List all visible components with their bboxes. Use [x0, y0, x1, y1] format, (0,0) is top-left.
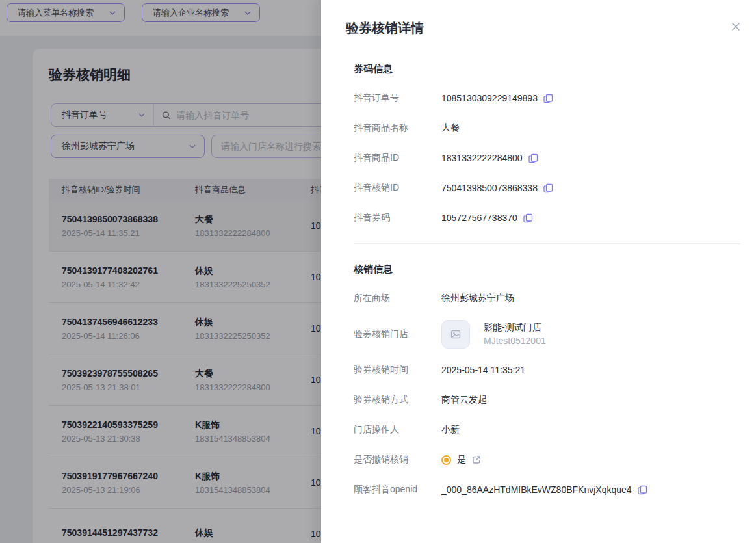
section-heading-coupon-info: 券码信息 [354, 63, 740, 75]
field-openid: 顾客抖音openid _000_86AAzHTdMfBkEvWZ80BFKnvj… [354, 475, 740, 505]
drawer-body: 券码信息 抖音订单号 1085130309229149893 抖音商品名称 大餐… [321, 37, 756, 505]
copy-icon[interactable] [523, 213, 533, 223]
field-label: 抖音订单号 [354, 92, 441, 104]
store-image-placeholder [441, 320, 470, 349]
field-label: 门店操作人 [354, 424, 441, 436]
close-icon[interactable] [731, 21, 741, 32]
field-label: 抖音券码 [354, 212, 441, 224]
section-heading-verification-info: 核销信息 [354, 263, 740, 276]
field-value: 是 [457, 454, 466, 466]
field-store: 验券核销门店 影能-测试门店 MJtest0512001 [354, 313, 740, 355]
field-operator: 门店操作人 小新 [354, 415, 740, 445]
field-revoked: 是否撤销核销 是 [354, 445, 740, 475]
field-label: 所在商场 [354, 293, 441, 304]
field-value: 大餐 [441, 122, 460, 134]
field-mall: 所在商场 徐州彭城苏宁广场 [354, 284, 740, 313]
copy-icon[interactable] [638, 485, 647, 495]
verification-info-fields: 所在商场 徐州彭城苏宁广场 验券核销门店 影能-测试门店 MJtest05120… [354, 284, 740, 505]
copy-icon[interactable] [543, 183, 553, 193]
drawer-title: 验券核销详情 [346, 20, 740, 37]
field-value: 商管云发起 [441, 394, 487, 406]
field-value: 2025-05-14 11:35:21 [441, 365, 525, 375]
field-label: 抖音核销ID [354, 182, 441, 194]
coupon-info-fields: 抖音订单号 1085130309229149893 抖音商品名称 大餐 抖音商品… [354, 83, 740, 233]
verification-detail-drawer: 验券核销详情 券码信息 抖音订单号 1085130309229149893 抖音… [321, 0, 756, 543]
field-label: 抖音商品ID [354, 152, 441, 164]
copy-icon[interactable] [543, 94, 553, 103]
field-label: 验券核销时间 [354, 364, 441, 376]
field-label: 抖音商品名称 [354, 122, 441, 134]
field-coupon-code: 抖音券码 105727567738370 [354, 203, 740, 233]
field-value: 小新 [441, 424, 460, 436]
field-label: 验券核销方式 [354, 394, 441, 406]
drawer-header: 验券核销详情 [321, 0, 756, 37]
field-label: 是否撤销核销 [354, 454, 441, 466]
section-divider [354, 243, 740, 244]
field-verify-time: 验券核销时间 2025-05-14 11:35:21 [354, 355, 740, 385]
field-verify-id: 抖音核销ID 7504139850073868338 [354, 173, 740, 203]
copy-icon[interactable] [528, 153, 538, 163]
field-douyin-order-no: 抖音订单号 1085130309229149893 [354, 83, 740, 113]
field-product-name: 抖音商品名称 大餐 [354, 113, 740, 143]
field-label: 验券核销门店 [354, 328, 441, 340]
field-value: 105727567738370 [441, 213, 517, 223]
external-link-icon[interactable] [472, 455, 481, 464]
field-verify-method: 验券核销方式 商管云发起 [354, 385, 740, 415]
field-value: 1831332222284800 [441, 153, 523, 163]
field-value: 7504139850073868338 [441, 183, 538, 193]
image-icon [450, 329, 461, 339]
field-value: 1085130309229149893 [441, 93, 538, 103]
field-product-id: 抖音商品ID 1831332222284800 [354, 143, 740, 173]
store-name: 影能-测试门店 [484, 321, 546, 334]
status-radio-icon [441, 455, 451, 465]
field-label: 顾客抖音openid [354, 484, 441, 496]
field-value: _000_86AAzHTdMfBkEvWZ80BFKnvjXqkque4 [441, 484, 632, 495]
store-code: MJtest0512001 [484, 334, 546, 348]
field-value: 徐州彭城苏宁广场 [441, 293, 514, 304]
